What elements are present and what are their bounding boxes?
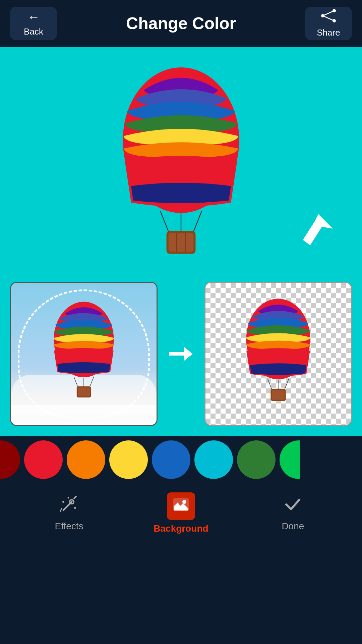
svg-line-20	[267, 379, 272, 390]
app-header: ← Back Change Color Share	[0, 0, 362, 47]
demo-after-image	[204, 282, 352, 426]
background-label: Background	[154, 523, 208, 534]
color-swatch-blue[interactable]	[152, 440, 190, 479]
svg-point-33	[182, 500, 186, 504]
back-label: Back	[24, 26, 43, 37]
page-title: Change Color	[126, 14, 236, 33]
main-balloon	[114, 57, 248, 265]
share-button[interactable]: Share	[305, 7, 352, 40]
svg-line-6	[160, 211, 169, 232]
transform-arrow	[168, 344, 194, 364]
demo-balloon-before	[25, 296, 142, 403]
svg-rect-10	[169, 233, 193, 252]
background-icon	[173, 499, 189, 516]
bottom-navigation: Effects Background Done	[0, 483, 362, 543]
share-label: Share	[317, 28, 340, 38]
color-swatch-green[interactable]	[237, 440, 276, 479]
svg-line-8	[193, 211, 202, 232]
svg-point-31	[67, 497, 69, 498]
svg-line-22	[285, 379, 289, 390]
color-swatch-red[interactable]	[24, 440, 63, 479]
background-icon-container	[167, 492, 195, 520]
color-swatch-bar	[0, 436, 362, 483]
share-icon	[320, 9, 337, 25]
effects-icon	[60, 495, 78, 518]
color-swatch-orange[interactable]	[67, 440, 105, 479]
svg-line-27	[74, 496, 76, 498]
nav-item-effects[interactable]: Effects	[42, 495, 96, 532]
arrow-indicator	[292, 211, 335, 255]
color-swatch-bright-green[interactable]	[280, 440, 300, 479]
nav-item-done[interactable]: Done	[266, 495, 320, 532]
back-icon: ←	[27, 10, 40, 24]
done-label: Done	[282, 521, 304, 532]
color-swatch-yellow[interactable]	[109, 440, 148, 479]
color-swatch-cyan[interactable]	[194, 440, 233, 479]
svg-line-3	[323, 11, 334, 16]
demo-before-image	[10, 282, 158, 426]
demo-section	[10, 282, 352, 426]
svg-line-16	[90, 377, 94, 387]
svg-point-29	[62, 501, 64, 503]
effects-label: Effects	[55, 521, 83, 532]
svg-rect-24	[272, 390, 285, 399]
back-button[interactable]: ← Back	[10, 7, 57, 40]
canvas-area	[0, 47, 362, 436]
svg-line-28	[60, 508, 62, 512]
svg-line-4	[323, 16, 334, 21]
done-icon	[284, 495, 302, 518]
svg-line-14	[74, 377, 78, 387]
nav-item-background[interactable]: Background	[154, 492, 208, 534]
color-swatch-dark-red[interactable]	[0, 440, 20, 479]
svg-rect-18	[78, 387, 90, 396]
svg-point-30	[74, 507, 76, 509]
